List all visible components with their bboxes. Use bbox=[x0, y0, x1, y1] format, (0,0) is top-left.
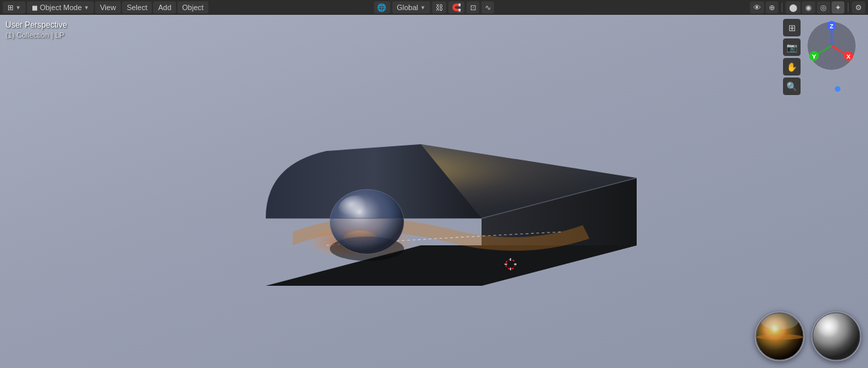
viewport-overlay-button[interactable]: 👁 bbox=[750, 1, 764, 13]
transform-pivot-button[interactable]: ⊡ bbox=[467, 1, 480, 13]
viewport-settings-button[interactable]: ⚙ bbox=[852, 1, 865, 13]
grid-view-button[interactable]: ⊞ bbox=[783, 19, 801, 36]
right-tools: ⊞ 📷 ✋ 🔍 bbox=[783, 19, 801, 95]
global-transform-button[interactable]: Global ▼ bbox=[392, 1, 430, 13]
add-menu-button[interactable]: Add bbox=[153, 1, 176, 13]
sphere-highlight bbox=[338, 195, 376, 225]
global-label: Global bbox=[397, 3, 418, 11]
svg-text:X: X bbox=[846, 53, 850, 60]
select-menu-button[interactable]: Select bbox=[122, 1, 152, 13]
global-arrow: ▼ bbox=[420, 5, 426, 11]
toolbar-right: 👁 ⊕ ⬤ ◉ ◎ ✦ ⚙ bbox=[750, 1, 865, 13]
falloff-button[interactable]: ∿ bbox=[482, 1, 494, 13]
object-mode-icon: ◼ bbox=[32, 3, 38, 12]
nav-gizmo[interactable]: Z X Y Y Y bbox=[805, 19, 859, 73]
proportional-edit-button[interactable]: ⛓ bbox=[432, 1, 446, 13]
workspace-icon: ⊞ bbox=[7, 3, 13, 12]
environment-preview-sphere[interactable] bbox=[755, 311, 805, 361]
camera-view-button[interactable]: 📷 bbox=[783, 38, 801, 56]
toolbar-center: 🌐 Global ▼ ⛓ 🧲 ⊡ ∿ bbox=[374, 1, 494, 13]
svg-text:Z: Z bbox=[830, 23, 834, 30]
rendered-shading-button[interactable]: ◎ bbox=[817, 1, 830, 13]
zoom-tool-button[interactable]: 🔍 bbox=[783, 78, 801, 95]
toolbar-separator2 bbox=[848, 3, 848, 12]
grey-material-preview-sphere[interactable] bbox=[811, 311, 861, 361]
view-menu-button[interactable]: View bbox=[95, 1, 121, 13]
object-mode-button[interactable]: ◼ Object Mode ▼ bbox=[27, 1, 94, 13]
svg-text:Y: Y bbox=[812, 53, 816, 60]
object-menu-label: Object bbox=[182, 3, 204, 11]
object-area[interactable] bbox=[0, 15, 868, 368]
select-label: Select bbox=[127, 3, 148, 11]
nav-gizmo-svg: Z X Y Y Y bbox=[805, 19, 859, 73]
svg-point-0 bbox=[506, 259, 515, 269]
workspace-arrow: ▼ bbox=[16, 5, 21, 11]
gizmo-toggle-button[interactable]: ⊕ bbox=[765, 1, 778, 13]
mode-dropdown-arrow: ▼ bbox=[84, 5, 89, 11]
view-label: View bbox=[100, 3, 116, 11]
solid-shading-button[interactable]: ⬤ bbox=[786, 1, 801, 13]
perspective-label: User Perspective bbox=[5, 20, 67, 30]
material-spheres bbox=[755, 311, 861, 361]
add-label: Add bbox=[158, 3, 171, 11]
env-sphere-svg bbox=[755, 311, 805, 361]
pan-tool-button[interactable]: ✋ bbox=[783, 58, 801, 75]
top-toolbar: ⊞ ▼ ◼ Object Mode ▼ View Select Add Obje… bbox=[0, 0, 868, 15]
object-mode-label: Object Mode bbox=[40, 3, 82, 11]
eevee-shading-button[interactable]: ✦ bbox=[832, 1, 844, 13]
object-menu-button[interactable]: Object bbox=[177, 1, 208, 13]
blue-dot bbox=[835, 86, 840, 92]
collection-label: (1) Collection | LP bbox=[5, 31, 67, 39]
toolbar-separator bbox=[782, 3, 782, 12]
workspace-menu-button[interactable]: ⊞ ▼ bbox=[3, 1, 26, 13]
3d-cursor bbox=[504, 257, 517, 271]
3d-object bbox=[225, 97, 643, 286]
material-shading-button[interactable]: ◉ bbox=[802, 1, 815, 13]
viewport-info: User Perspective (1) Collection | LP bbox=[5, 20, 67, 39]
scene-icon-button[interactable]: 🌐 bbox=[374, 1, 390, 13]
snap-button[interactable]: 🧲 bbox=[449, 1, 465, 13]
grey-sphere-svg bbox=[811, 311, 861, 361]
